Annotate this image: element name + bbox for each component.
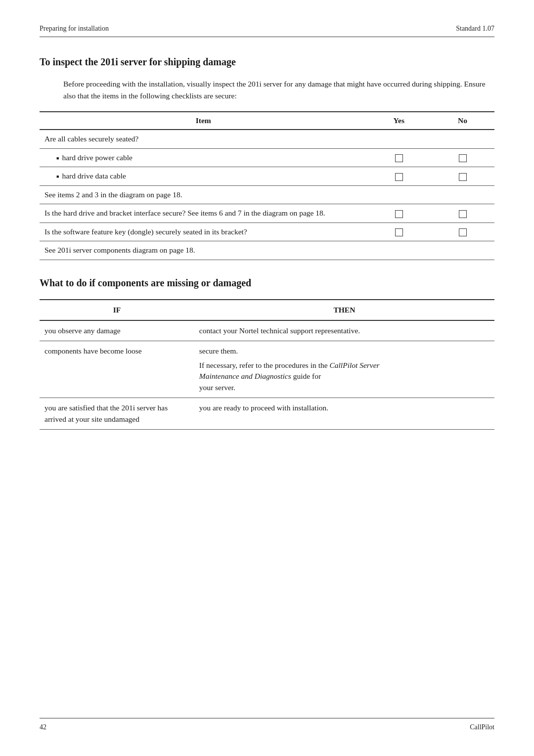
ifthen-if-cell: you are satisfied that the 201i server h… bbox=[40, 398, 194, 430]
ifthen-if-cell: you observe any damage bbox=[40, 320, 194, 341]
checkbox-no bbox=[459, 210, 467, 218]
checklist-header-row: Item Yes No bbox=[40, 112, 494, 130]
section-inspect: To inspect the 201i server for shipping … bbox=[40, 55, 494, 260]
checklist-no-cell bbox=[431, 130, 494, 148]
footer-right: CallPilot bbox=[470, 722, 494, 732]
section2-title: What to do if components are missing or … bbox=[40, 276, 494, 290]
checklist-yes-cell bbox=[367, 185, 431, 204]
page: Preparing for installation Standard 1.07… bbox=[0, 0, 534, 756]
checklist-row: Is the software feature key (dongle) sec… bbox=[40, 222, 494, 241]
ifthen-then-italic-block: If necessary, refer to the procedures in… bbox=[199, 360, 490, 393]
ifthen-row: you observe any damagecontact your Norte… bbox=[40, 320, 494, 341]
checklist-row: ■hard drive data cable bbox=[40, 167, 494, 185]
ifthen-then-cell: contact your Nortel technical support re… bbox=[194, 320, 494, 341]
ifthen-table: IF THEN you observe any damagecontact yo… bbox=[40, 299, 494, 430]
checkbox-no bbox=[459, 173, 467, 181]
checklist-row: See 201i server components diagram on pa… bbox=[40, 241, 494, 260]
checklist-item-cell: Is the software feature key (dongle) sec… bbox=[40, 222, 367, 241]
checklist-item-cell: ■hard drive power cable bbox=[40, 148, 367, 167]
checkbox-no bbox=[459, 228, 467, 236]
checklist-item-cell: See items 2 and 3 in the diagram on page… bbox=[40, 185, 367, 204]
col-header-if: IF bbox=[40, 300, 194, 320]
page-footer: 42 CallPilot bbox=[40, 718, 494, 732]
checklist-yes-cell bbox=[367, 241, 431, 260]
header-left: Preparing for installation bbox=[40, 24, 109, 34]
checklist-yes-cell bbox=[367, 130, 431, 148]
section-missing-damaged: What to do if components are missing or … bbox=[40, 276, 494, 430]
checklist-yes-cell bbox=[367, 148, 431, 167]
page-header: Preparing for installation Standard 1.07 bbox=[40, 24, 494, 37]
checklist-yes-cell bbox=[367, 222, 431, 241]
col-header-item: Item bbox=[40, 112, 367, 130]
checklist-item-cell: Are all cables securely seated? bbox=[40, 130, 367, 148]
checklist-item-cell: Is the hard drive and bracket interface … bbox=[40, 204, 367, 222]
checkbox-no bbox=[459, 154, 467, 162]
section1-title: To inspect the 201i server for shipping … bbox=[40, 55, 494, 69]
checklist-no-cell bbox=[431, 167, 494, 185]
checklist-yes-cell bbox=[367, 167, 431, 185]
header-right: Standard 1.07 bbox=[456, 24, 494, 34]
checklist-row: Are all cables securely seated? bbox=[40, 130, 494, 148]
col-header-yes: Yes bbox=[367, 112, 431, 130]
ifthen-then-cell: you are ready to proceed with installati… bbox=[194, 398, 494, 430]
checkbox-yes bbox=[395, 173, 403, 181]
checklist-no-cell bbox=[431, 148, 494, 167]
ifthen-then-cell: secure them.If necessary, refer to the p… bbox=[194, 341, 494, 398]
ifthen-row: you are satisfied that the 201i server h… bbox=[40, 398, 494, 430]
checkbox-yes bbox=[395, 210, 403, 218]
ifthen-if-cell: components have become loose bbox=[40, 341, 194, 398]
col-header-no: No bbox=[431, 112, 494, 130]
col-header-then: THEN bbox=[194, 300, 494, 320]
checklist-row: See items 2 and 3 in the diagram on page… bbox=[40, 185, 494, 204]
ifthen-then-plain: secure them. bbox=[199, 346, 490, 356]
footer-left: 42 bbox=[40, 722, 46, 732]
checklist-row: Is the hard drive and bracket interface … bbox=[40, 204, 494, 222]
ifthen-plain-text: If necessary, refer to the procedures in… bbox=[199, 361, 330, 369]
checklist-no-cell bbox=[431, 204, 494, 222]
checklist-yes-cell bbox=[367, 204, 431, 222]
checklist-no-cell bbox=[431, 185, 494, 204]
checklist-row: ■hard drive power cable bbox=[40, 148, 494, 167]
checklist-item-cell: See 201i server components diagram on pa… bbox=[40, 241, 367, 260]
ifthen-row: components have become loosesecure them.… bbox=[40, 341, 494, 398]
section1-intro: Before proceeding with the installation,… bbox=[63, 78, 494, 101]
checklist-no-cell bbox=[431, 222, 494, 241]
checklist-no-cell bbox=[431, 241, 494, 260]
checkbox-yes bbox=[395, 228, 403, 236]
checklist-item-cell: ■hard drive data cable bbox=[40, 167, 367, 185]
checklist-table: Item Yes No Are all cables securely seat… bbox=[40, 111, 494, 260]
checkbox-yes bbox=[395, 154, 403, 162]
ifthen-header-row: IF THEN bbox=[40, 300, 494, 320]
